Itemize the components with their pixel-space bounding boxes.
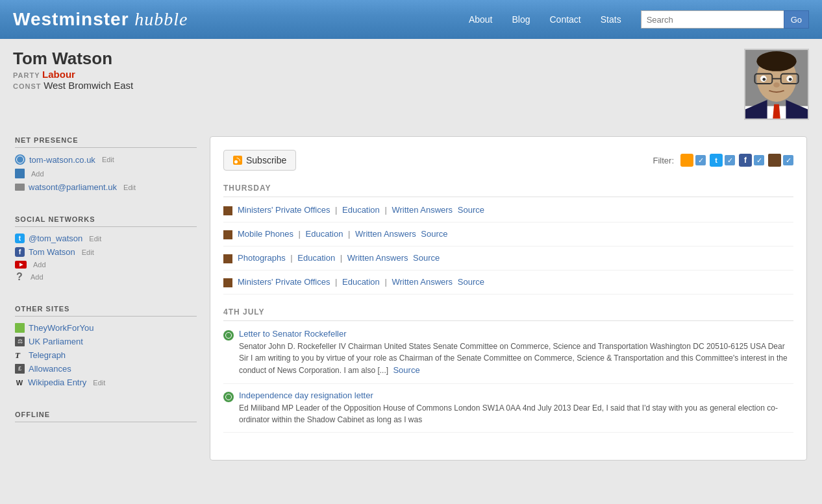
feed-item-text: Ministers' Private Offices | Education |… xyxy=(238,277,793,287)
feed-link-3c[interactable]: Written Answers xyxy=(347,253,408,263)
telegraph-item: T Telegraph xyxy=(15,350,197,360)
profile-photo xyxy=(744,49,809,120)
email-edit-link[interactable]: Edit xyxy=(123,184,136,191)
const-label: CONST xyxy=(13,82,42,90)
filter-other-icon[interactable] xyxy=(768,154,781,167)
search-input[interactable] xyxy=(641,10,784,29)
independence-link[interactable]: Independence day resignation letter xyxy=(239,390,373,400)
twfy-link[interactable]: TheyWorkForYou xyxy=(29,323,93,333)
feed-link-4c[interactable]: Written Answers xyxy=(392,277,453,287)
feed-source-2[interactable]: Source xyxy=(421,229,447,239)
party-row: PARTY Labour xyxy=(13,69,133,80)
website-edit-link[interactable]: Edit xyxy=(102,156,114,163)
telegraph-icon: T xyxy=(15,350,25,360)
filter-facebook-icon[interactable]: f xyxy=(739,154,752,167)
feed-link-2c[interactable]: Written Answers xyxy=(355,229,416,239)
other-social-item: ? Add xyxy=(15,272,197,282)
filter-rss-group: ✓ xyxy=(680,154,706,167)
feed-item: Mobile Phones | Education | Written Answ… xyxy=(223,229,793,246)
feed-source-4[interactable]: Source xyxy=(458,277,484,287)
website-link[interactable]: tom-watson.co.uk xyxy=(29,155,95,165)
wikipedia-link[interactable]: Wikipedia Entry xyxy=(28,378,86,387)
party-name: Labour xyxy=(42,69,75,80)
feed-item-text: Photographs | Education | Written Answer… xyxy=(238,253,793,263)
feed-link-3b[interactable]: Education xyxy=(297,253,335,263)
website-item: tom-watson.co.uk Edit xyxy=(15,154,197,165)
other-sites-title: OTHER SITES xyxy=(15,305,197,317)
filter-rss-icon[interactable] xyxy=(680,154,693,167)
facebook-link[interactable]: Tom Watson xyxy=(29,247,75,257)
other-add-link[interactable]: Add xyxy=(31,273,44,281)
person-name: Tom Watson xyxy=(13,49,133,69)
feed-link-1c[interactable]: Written Answers xyxy=(392,205,453,215)
feed-link-4a[interactable]: Ministers' Private Offices xyxy=(238,277,330,287)
allowances-icon: £ xyxy=(15,364,25,374)
facebook-item: f Tom Watson Edit xyxy=(15,247,197,257)
feed-item: Ministers' Private Offices | Education |… xyxy=(223,277,793,294)
independence-summary: Ed Miliband MP Leader of the Opposition … xyxy=(239,402,793,426)
feed-green-icon xyxy=(223,392,234,402)
globe-icon xyxy=(15,154,25,165)
sidebar: NET PRESENCE tom-watson.co.uk Edit Add w… xyxy=(15,136,197,461)
filter-twitter-check[interactable]: ✓ xyxy=(725,155,735,165)
filter-facebook-check[interactable]: ✓ xyxy=(754,155,764,165)
filter-label: Filter: xyxy=(653,156,675,165)
twitter-link[interactable]: @tom_watson xyxy=(29,234,82,243)
main-layout: NET PRESENCE tom-watson.co.uk Edit Add w… xyxy=(2,123,820,474)
svg-point-8 xyxy=(762,78,766,81)
twitter-icon: t xyxy=(15,234,25,243)
feed-link-1b[interactable]: Education xyxy=(342,205,380,215)
youtube-item: ▶ Add xyxy=(15,261,197,269)
photo-placeholder xyxy=(745,50,808,119)
filter-rss-check[interactable]: ✓ xyxy=(695,155,706,165)
feed-link-1a[interactable]: Ministers' Private Offices xyxy=(238,205,330,215)
facebook-edit-link[interactable]: Edit xyxy=(82,248,94,256)
feed-link-2a[interactable]: Mobile Phones xyxy=(238,229,293,239)
parliament-link[interactable]: UK Parliament xyxy=(29,337,83,346)
site-logo[interactable]: Westminster hubble xyxy=(13,9,188,30)
add-link[interactable]: Add xyxy=(31,170,44,178)
constituency-row: CONST West Bromwich East xyxy=(13,80,133,91)
email-link[interactable]: watsont@parliament.uk xyxy=(29,182,117,192)
svg-point-10 xyxy=(773,82,780,88)
feed-item-text: Letter to Senator Rockefeller Senator Jo… xyxy=(239,329,793,377)
feed-item: Photographs | Education | Written Answer… xyxy=(223,253,793,270)
feed-link-2b[interactable]: Education xyxy=(306,229,343,239)
rockefeller-source[interactable]: Source xyxy=(393,365,419,375)
content-toolbar: Subscribe Filter: ✓ t ✓ f ✓ ✓ xyxy=(223,150,793,171)
filter-twitter-icon[interactable]: t xyxy=(710,154,723,167)
subscribe-button[interactable]: Subscribe xyxy=(223,150,296,171)
telegraph-link[interactable]: Telegraph xyxy=(29,350,66,360)
nav-blog[interactable]: Blog xyxy=(512,14,530,25)
feed-source-1[interactable]: Source xyxy=(458,205,484,215)
party-label: PARTY xyxy=(13,71,40,79)
nav-about[interactable]: About xyxy=(469,14,493,25)
wikipedia-item: W Wikipedia Entry Edit xyxy=(15,378,197,387)
header: Westminster hubble About Blog Contact St… xyxy=(0,0,822,39)
rockefeller-link[interactable]: Letter to Senator Rockefeller xyxy=(239,329,346,339)
nav-contact[interactable]: Contact xyxy=(550,14,581,25)
filter-other-group: ✓ xyxy=(768,154,793,167)
feed-green-icon xyxy=(223,330,234,341)
facebook-icon: f xyxy=(15,247,25,257)
search-button[interactable]: Go xyxy=(784,10,809,29)
twitter-edit-link[interactable]: Edit xyxy=(89,235,101,243)
main-nav: About Blog Contact Stats Go xyxy=(469,10,809,29)
wikipedia-edit-link[interactable]: Edit xyxy=(93,379,105,387)
profile-header: Tom Watson PARTY Labour CONST West Bromw… xyxy=(0,39,822,123)
youtube-add-link[interactable]: Add xyxy=(33,261,46,269)
feed-source-3[interactable]: Source xyxy=(413,253,440,263)
wikipedia-icon: W xyxy=(15,378,24,387)
search-form: Go xyxy=(641,10,809,29)
feed-link-3a[interactable]: Photographs xyxy=(238,253,286,263)
filter-other-check[interactable]: ✓ xyxy=(783,155,793,165)
feed-item-independence: Independence day resignation letter Ed M… xyxy=(223,390,793,433)
rockefeller-summary: Senator John D. Rockefeller IV Chairman … xyxy=(239,341,793,377)
nav-stats[interactable]: Stats xyxy=(601,14,621,25)
feed-link-4b[interactable]: Education xyxy=(342,277,380,287)
social-networks-section: SOCIAL NETWORKS t @tom_watson Edit f Tom… xyxy=(15,215,197,292)
allowances-link[interactable]: Allowances xyxy=(29,364,71,374)
other-sites-section: OTHER SITES TheyWorkForYou ⚖ UK Parliame… xyxy=(15,305,197,398)
thursday-header: THURSDAY xyxy=(223,184,793,197)
filter-twitter-group: t ✓ xyxy=(710,154,735,167)
